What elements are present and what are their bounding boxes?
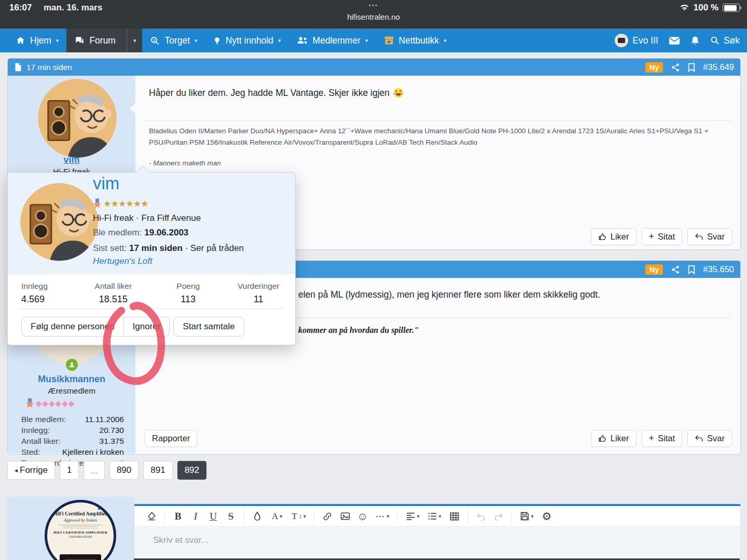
quote-button[interactable]: + Sitat xyxy=(642,430,683,447)
bookmark-icon[interactable] xyxy=(688,265,695,274)
battery-percent: 100 % xyxy=(694,3,718,13)
report-button[interactable]: Rapporter xyxy=(145,430,197,447)
remove-format-button[interactable] xyxy=(143,508,160,525)
speech-arrow xyxy=(130,103,136,114)
post-number[interactable]: #35.650 xyxy=(703,264,734,274)
medal-icon xyxy=(25,398,34,408)
insert-image-button[interactable] xyxy=(337,508,353,525)
member-fields: Ble medlem:11.11.2006 Innlegg:20.730 Ant… xyxy=(8,414,135,468)
page-button-1[interactable]: 1 xyxy=(60,461,79,480)
post-header: 17 min siden Ny #35.649 xyxy=(8,59,740,76)
nav-item-nytt-innhold[interactable]: Nytt innhold ▾ xyxy=(205,29,289,52)
document-icon xyxy=(15,63,22,72)
battery-icon xyxy=(723,4,740,12)
link-button[interactable] xyxy=(319,508,336,525)
redo-button[interactable] xyxy=(490,508,507,525)
undo-button[interactable] xyxy=(473,508,489,525)
avatar-certificate[interactable]: HiFi Certified Amplifier Approved by Tes… xyxy=(45,500,116,560)
home-icon xyxy=(16,36,25,45)
reply-button[interactable]: Svar xyxy=(687,430,732,447)
search-button[interactable]: Søk xyxy=(710,35,740,46)
post1-message: Håper du liker dem. Jeg hadde ML Vantage… xyxy=(149,87,404,99)
nav-item-forum[interactable]: Forum ▾ xyxy=(66,29,142,52)
user-menu[interactable]: Evo III xyxy=(615,34,658,47)
prev-page-button[interactable]: ◂Forrige xyxy=(7,461,55,480)
start-conversation-button[interactable]: Start samtale xyxy=(173,317,244,337)
like-button[interactable]: Liker xyxy=(591,228,637,245)
member-badges: ★★★★★★ xyxy=(93,199,149,208)
author-name-link[interactable]: vim xyxy=(8,155,135,165)
reply-editor[interactable]: B I U S A▾ T↕▾ ☺ ⋯▾ ▾ ▾ xyxy=(134,504,741,560)
align-button[interactable]: ▾ xyxy=(403,508,423,525)
new-badge: Ny xyxy=(645,62,663,73)
font-size-button[interactable]: T↕▾ xyxy=(288,508,309,525)
thumbs-up-icon xyxy=(598,232,607,241)
chevron-down-icon[interactable]: ▾ xyxy=(278,37,281,44)
divider xyxy=(19,309,284,309)
nav-item-medlemmer[interactable]: Medlemmer ▾ xyxy=(289,29,376,52)
font-family-button[interactable]: A▾ xyxy=(267,508,287,525)
nav-item-torget[interactable]: $ Torget ▾ xyxy=(142,29,205,52)
composer-member-column: HiFi Certified Amplifier Approved by Tes… xyxy=(7,497,135,560)
left-triangle-icon: ◂ xyxy=(15,467,18,474)
signature-motto: - Manners maketh man xyxy=(149,158,221,169)
thread-link[interactable]: Hertugen's Loft xyxy=(93,256,153,266)
author-name-link[interactable]: Musikkmannen xyxy=(8,374,135,385)
post-time[interactable]: 17 min siden xyxy=(26,63,72,72)
page-button-890[interactable]: 890 xyxy=(109,461,139,480)
page-ellipsis[interactable]: ... xyxy=(84,461,105,480)
list-button[interactable]: ▾ xyxy=(424,508,445,525)
chevron-down-icon[interactable]: ▾ xyxy=(56,37,59,44)
post-number[interactable]: #35.649 xyxy=(703,62,734,72)
share-icon[interactable] xyxy=(671,265,680,274)
wifi-icon xyxy=(680,4,689,12)
stat-label: Vurderinger xyxy=(222,282,295,291)
avatar[interactable] xyxy=(38,79,117,158)
mail-icon[interactable] xyxy=(669,36,680,45)
bookmark-icon[interactable] xyxy=(688,63,695,72)
signature: Bladelius Oden II/Marten Parker Duo/NA H… xyxy=(149,125,727,148)
window-handle-icon[interactable]: ••• xyxy=(0,2,747,9)
nav-label: Hjem xyxy=(30,35,51,46)
chevron-down-icon[interactable]: ▾ xyxy=(195,37,198,44)
chevron-down-icon[interactable]: ▾ xyxy=(444,37,447,44)
member-name-link[interactable]: vim xyxy=(93,174,119,193)
member-title-line: Hi-Fi freak · Fra Fiff Avenue xyxy=(93,213,201,223)
ignore-button[interactable]: Ignorer xyxy=(124,317,170,337)
comments-icon xyxy=(74,36,85,45)
nav-item-hjem[interactable]: Hjem ▾ xyxy=(0,29,66,52)
like-button[interactable]: Liker xyxy=(591,430,637,447)
italic-button[interactable]: I xyxy=(187,508,204,525)
drafts-button[interactable]: ▾ xyxy=(517,508,537,525)
page-button-892-current[interactable]: 892 xyxy=(177,461,206,480)
strikethrough-button[interactable]: S xyxy=(223,508,239,525)
page-button-891[interactable]: 891 xyxy=(143,461,172,480)
editor-settings-button[interactable]: ⚙ xyxy=(538,508,555,525)
share-icon[interactable] xyxy=(671,63,680,72)
quote-button[interactable]: + Sitat xyxy=(642,228,683,245)
stat-value: 113 xyxy=(155,294,222,305)
underline-button[interactable]: U xyxy=(205,508,222,525)
chevron-down-icon[interactable]: ▾ xyxy=(365,37,368,44)
stat-value: 11 xyxy=(222,294,295,305)
avatar[interactable] xyxy=(20,183,98,261)
bold-button[interactable]: B xyxy=(170,508,186,525)
reply-arrow-icon xyxy=(695,435,703,442)
search-dollar-icon: $ xyxy=(150,36,160,46)
store-icon xyxy=(384,36,394,45)
text-color-button[interactable] xyxy=(249,508,266,525)
reply-button[interactable]: Svar xyxy=(687,228,732,245)
users-icon xyxy=(297,36,308,45)
chevron-down-icon[interactable]: ▾ xyxy=(133,37,136,44)
more-options-button[interactable]: ⋯▾ xyxy=(372,508,393,525)
nav-item-nettbutikk[interactable]: Nettbutikk ▾ xyxy=(376,29,454,52)
cert-subtitle: Approved by Tesken xyxy=(47,518,114,523)
emoji-button[interactable]: ☺ xyxy=(354,508,371,525)
member-badges: ◆◆◆◆◆◆ xyxy=(25,398,75,408)
bell-icon[interactable] xyxy=(690,36,700,46)
insert-table-button[interactable] xyxy=(446,508,463,525)
reply-input[interactable]: Skriv et svar... xyxy=(153,535,209,545)
user-name: Evo III xyxy=(632,35,658,46)
follow-button[interactable]: Følg denne personen xyxy=(21,317,124,337)
pagination: ◂Forrige 1 ... 890 891 892 xyxy=(7,461,206,480)
